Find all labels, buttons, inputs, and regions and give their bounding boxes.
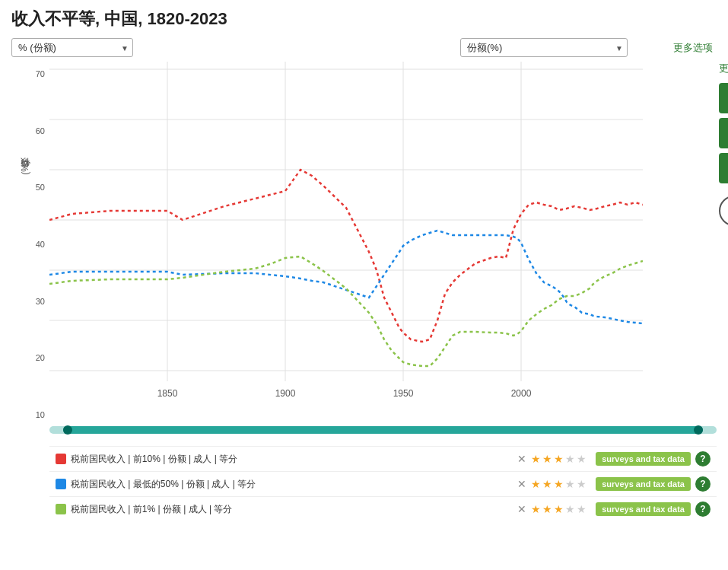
chart-svg-wrapper: 1850 1900 1950 2000 更多选项 ↪ ⊞ ? [49, 62, 717, 423]
legend-close-1[interactable]: ✕ [517, 478, 526, 490]
slider-track [49, 426, 717, 434]
star-2-2: ★ [554, 503, 564, 515]
main-container: 收入不平等, 中国, 1820-2023 % (份额) 份额(%) 更多选项 份… [0, 0, 728, 570]
legend-text-1: 税前国民收入 | 最低的50% | 份额 | 成人 | 等分 [71, 478, 511, 491]
y-axis-label: 份额(%) [19, 161, 32, 175]
data-badge-0: surveys and tax data [596, 452, 691, 466]
legend-row-1: 税前国民收入 | 最低的50% | 份额 | 成人 | 等分 ✕ ★ ★ ★ ★… [49, 471, 717, 496]
star-2-1: ★ [542, 503, 552, 515]
star-2-3: ★ [565, 503, 575, 515]
star-0-1: ★ [542, 453, 552, 465]
legend-close-2[interactable]: ✕ [517, 503, 526, 515]
legend-color-0 [56, 454, 66, 464]
share-button[interactable]: ↪ [719, 83, 728, 113]
legend-close-0[interactable]: ✕ [517, 453, 526, 465]
legend-help-1[interactable]: ? [695, 476, 711, 492]
data-badge-2: surveys and tax data [596, 502, 691, 516]
star-1-2: ★ [554, 478, 564, 490]
legend-help-2[interactable]: ? [695, 502, 711, 517]
star-0-4: ★ [577, 453, 587, 465]
slider-handle-right[interactable] [694, 425, 703, 435]
star-2-0: ★ [531, 503, 541, 515]
slider-handle-left[interactable] [63, 425, 72, 435]
legend-color-2 [56, 504, 66, 514]
toolbar-more-options[interactable]: 更多选项 [719, 62, 728, 74]
svg-text:1900: 1900 [275, 388, 296, 399]
y-tick-10: 10 [22, 410, 45, 419]
star-1-3: ★ [565, 478, 575, 490]
y-tick-50: 50 [22, 183, 45, 192]
star-0-2: ★ [554, 453, 564, 465]
star-0-0: ★ [531, 453, 541, 465]
time-slider[interactable] [49, 426, 717, 440]
legend-text-0: 税前国民收入 | 前10% | 份额 | 成人 | 等分 [71, 453, 511, 466]
chart-area: 份额(%) 70 60 50 40 30 20 10 [11, 62, 717, 423]
y-tick-60: 60 [22, 126, 45, 135]
data-badge-1: surveys and tax data [596, 477, 691, 491]
left-dropdown[interactable]: % (份额) [11, 38, 133, 57]
legend-help-0[interactable]: ? [695, 451, 711, 467]
y-tick-20: 20 [22, 353, 45, 362]
controls-row: % (份额) 份额(%) 更多选项 [11, 38, 717, 57]
star-2-4: ★ [577, 503, 587, 515]
stars-1: ★ ★ ★ ★ ★ [531, 478, 587, 490]
table-button[interactable]: ⊞ [719, 118, 728, 148]
right-dropdown[interactable]: 份额(%) [460, 38, 628, 57]
cc-button[interactable]: cc [719, 196, 728, 226]
stars-0: ★ ★ ★ ★ ★ [531, 453, 587, 465]
more-options-link[interactable]: 更多选项 [673, 41, 713, 55]
left-dropdown-wrapper[interactable]: % (份额) [11, 38, 133, 57]
star-1-0: ★ [531, 478, 541, 490]
legend-color-1 [56, 479, 66, 489]
legend-text-2: 税前国民收入 | 前1% | 份额 | 成人 | 等分 [71, 503, 511, 516]
star-1-4: ★ [577, 478, 587, 490]
toolbar: 更多选项 ↪ ⊞ ? cc [719, 62, 728, 226]
y-axis: 份额(%) 70 60 50 40 30 20 10 [11, 62, 49, 423]
slider-fill [63, 426, 704, 434]
y-tick-30: 30 [22, 297, 45, 306]
star-0-3: ★ [565, 453, 575, 465]
help-button[interactable]: ? [719, 153, 728, 183]
stars-2: ★ ★ ★ ★ ★ [531, 503, 587, 515]
star-1-1: ★ [542, 478, 552, 490]
legend-row-2: 税前国民收入 | 前1% | 份额 | 成人 | 等分 ✕ ★ ★ ★ ★ ★ … [49, 496, 717, 521]
right-dropdown-wrapper[interactable]: 份额(%) [460, 38, 628, 57]
svg-text:1950: 1950 [393, 388, 414, 399]
legend-row-0: 税前国民收入 | 前10% | 份额 | 成人 | 等分 ✕ ★ ★ ★ ★ ★… [49, 446, 717, 471]
y-tick-40: 40 [22, 240, 45, 249]
y-tick-70: 70 [22, 69, 45, 78]
svg-text:2000: 2000 [511, 388, 532, 399]
legend-area: 税前国民收入 | 前10% | 份额 | 成人 | 等分 ✕ ★ ★ ★ ★ ★… [11, 446, 717, 521]
page-title: 收入不平等, 中国, 1820-2023 [11, 8, 717, 30]
chart-svg: 1850 1900 1950 2000 [49, 62, 643, 423]
svg-text:1850: 1850 [157, 388, 178, 399]
